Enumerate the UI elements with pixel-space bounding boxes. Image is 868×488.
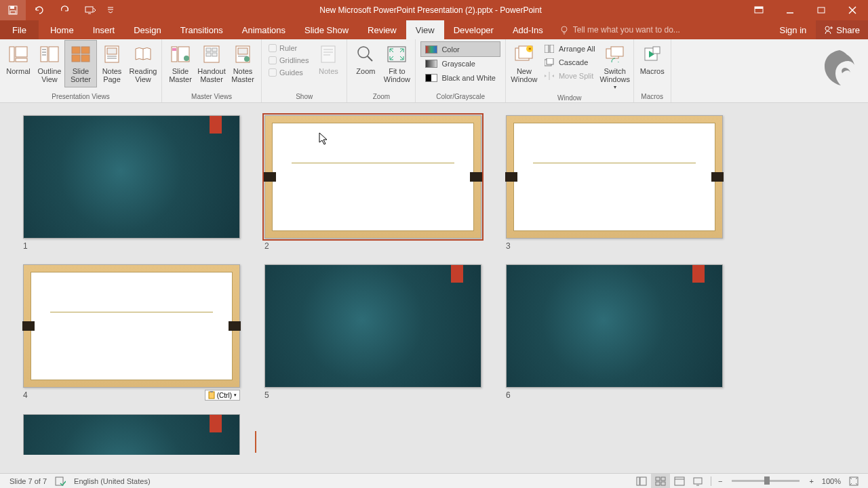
- svg-rect-17: [41, 47, 47, 62]
- svg-rect-25: [81, 55, 90, 62]
- normal-view-button[interactable]: Normal: [3, 41, 34, 87]
- svg-rect-70: [661, 477, 665, 481]
- macros-button[interactable]: Macros: [637, 41, 668, 87]
- sign-in-button[interactable]: Sign in: [770, 20, 816, 39]
- gridlines-checkbox[interactable]: Gridlines: [269, 54, 309, 66]
- slide-thumbnail-5[interactable]: 5: [264, 264, 481, 401]
- svg-rect-55: [545, 45, 549, 53]
- minimize-button[interactable]: [774, 0, 806, 20]
- fit-to-window-shortcut[interactable]: [845, 474, 863, 488]
- svg-rect-23: [81, 47, 90, 54]
- svg-rect-75: [694, 478, 702, 484]
- tab-add-ins[interactable]: Add-Ins: [503, 20, 553, 39]
- handout-master-button[interactable]: Handout Master: [196, 41, 227, 87]
- spellcheck-icon[interactable]: [51, 474, 70, 488]
- svg-rect-16: [16, 58, 27, 62]
- notes-button[interactable]: Notes: [313, 41, 344, 87]
- qat-customize-button[interactable]: [103, 0, 118, 20]
- slide-sorter-area[interactable]: 1234(Ctrl)▾56: [0, 103, 868, 473]
- paste-options-button[interactable]: (Ctrl)▾: [205, 390, 240, 401]
- guides-checkbox[interactable]: Guides: [269, 66, 309, 79]
- redo-button[interactable]: [52, 0, 77, 20]
- group-label: Window: [509, 93, 631, 104]
- svg-point-10: [561, 26, 567, 32]
- slide-number: 1: [23, 241, 28, 251]
- black-white-mode-button[interactable]: Black and White: [421, 70, 499, 85]
- svg-rect-39: [212, 53, 217, 56]
- tab-view[interactable]: View: [406, 20, 444, 39]
- svg-rect-7: [818, 7, 825, 13]
- slide-thumbnail-3[interactable]: 3: [506, 115, 723, 251]
- slide-sorter-button[interactable]: Slide Sorter: [65, 41, 96, 87]
- tab-insert[interactable]: Insert: [83, 20, 125, 39]
- ruler-checkbox[interactable]: Ruler: [269, 42, 309, 54]
- slide-number: 2: [264, 241, 269, 251]
- notes-master-button[interactable]: Notes Master: [227, 41, 258, 87]
- notes-page-button[interactable]: Notes Page: [96, 41, 127, 87]
- insertion-marker: [255, 431, 256, 453]
- slide-master-button[interactable]: Slide Master: [165, 41, 196, 87]
- arrange-all-button[interactable]: Arrange All: [540, 42, 599, 56]
- grayscale-mode-button[interactable]: Grayscale: [421, 56, 499, 70]
- reading-view-shortcut[interactable]: [670, 474, 689, 488]
- ribbon-tabs: File HomeInsertDesignTransitionsAnimatio…: [0, 20, 868, 39]
- start-from-beginning-button[interactable]: [77, 0, 103, 20]
- language-status[interactable]: English (United States): [70, 474, 155, 488]
- status-bar: Slide 7 of 7 English (United States) − +…: [0, 473, 868, 488]
- outline-view-button[interactable]: Outline View: [34, 41, 65, 87]
- svg-rect-61: [611, 47, 623, 56]
- zoom-slider[interactable]: [732, 480, 800, 482]
- slide-count-status[interactable]: Slide 7 of 7: [5, 474, 51, 488]
- slide-sorter-shortcut[interactable]: [651, 474, 670, 488]
- svg-rect-65: [210, 391, 213, 392]
- tab-developer[interactable]: Developer: [444, 20, 503, 39]
- tell-me-placeholder: Tell me what you want to do...: [573, 25, 680, 35]
- share-button[interactable]: Share: [816, 20, 868, 39]
- ribbon-display-button[interactable]: [743, 0, 774, 20]
- zoom-level[interactable]: 100%: [818, 474, 845, 488]
- group-show: Ruler Gridlines Guides Notes Show: [262, 39, 347, 102]
- group-presentation-views: Normal Outline View Slide Sorter Notes P…: [0, 39, 162, 102]
- save-button[interactable]: [0, 0, 26, 20]
- tab-slide-show[interactable]: Slide Show: [295, 20, 358, 39]
- slide-number: 6: [506, 390, 511, 400]
- zoom-out-button[interactable]: −: [714, 474, 726, 488]
- slideshow-shortcut[interactable]: [689, 474, 708, 488]
- switch-windows-button[interactable]: Switch Windows▾: [599, 41, 631, 93]
- tab-home[interactable]: Home: [41, 20, 83, 39]
- svg-rect-63: [653, 47, 660, 54]
- zoom-in-button[interactable]: +: [805, 474, 817, 488]
- slide-thumbnail-1[interactable]: 1: [23, 115, 240, 251]
- color-mode-button[interactable]: Color: [421, 42, 499, 56]
- tab-review[interactable]: Review: [358, 20, 406, 39]
- tab-transitions[interactable]: Transitions: [171, 20, 233, 39]
- tab-design[interactable]: Design: [124, 20, 170, 39]
- undo-button[interactable]: [26, 0, 52, 20]
- slide-thumbnail-4[interactable]: 4(Ctrl)▾: [23, 264, 240, 401]
- close-button[interactable]: [837, 0, 868, 20]
- new-window-button[interactable]: ✶New Window: [509, 41, 540, 87]
- zoom-button[interactable]: Zoom: [350, 41, 381, 87]
- cascade-button[interactable]: Cascade: [540, 56, 599, 69]
- tab-file[interactable]: File: [0, 20, 39, 39]
- svg-rect-3: [85, 7, 93, 12]
- svg-rect-38: [206, 53, 211, 56]
- maximize-button[interactable]: [806, 0, 837, 20]
- svg-rect-21: [49, 47, 58, 62]
- svg-rect-68: [640, 477, 646, 485]
- svg-rect-22: [72, 47, 80, 54]
- tell-me-search[interactable]: Tell me what you want to do...: [553, 20, 770, 39]
- reading-view-button[interactable]: Reading View: [127, 41, 159, 87]
- svg-text:✶: ✶: [527, 46, 532, 52]
- group-label: Macros: [637, 92, 668, 102]
- tab-animations[interactable]: Animations: [233, 20, 295, 39]
- slide-thumbnail-7[interactable]: [23, 414, 240, 455]
- svg-rect-41: [238, 48, 248, 54]
- slide-number: 5: [264, 390, 269, 400]
- window-title: New Microsoft PowerPoint Presentation (2…: [118, 5, 743, 15]
- fit-to-window-button[interactable]: Fit to Window: [381, 41, 412, 87]
- svg-point-13: [825, 26, 829, 30]
- slide-thumbnail-6[interactable]: 6: [506, 264, 723, 401]
- normal-view-shortcut[interactable]: [632, 474, 651, 488]
- slide-thumbnail-2[interactable]: 2: [264, 115, 481, 251]
